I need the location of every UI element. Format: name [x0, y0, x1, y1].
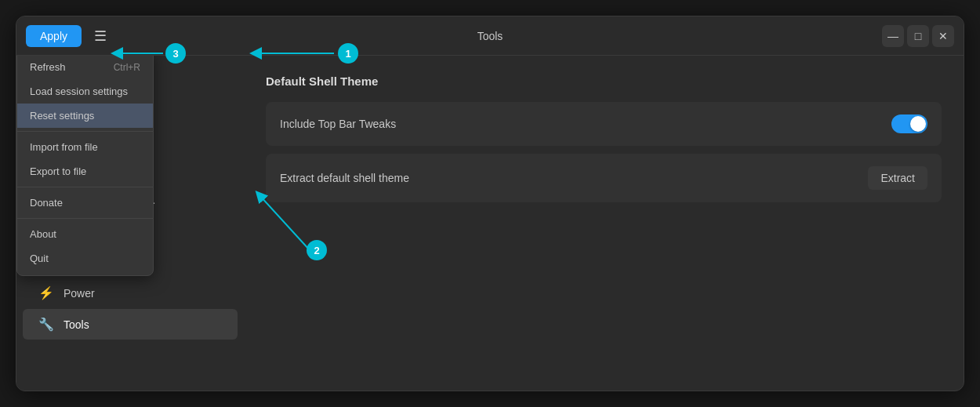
apply-button[interactable]: Apply: [26, 25, 82, 47]
annotation-bubble-3: 3: [165, 43, 186, 64]
annotation-bubble-2: 2: [307, 240, 327, 260]
menu-label-import: Import from file: [30, 141, 98, 153]
menu-item-import[interactable]: Import from file: [17, 135, 153, 159]
toggle-knob: [910, 116, 926, 132]
titlebar: Apply ☰ Tools — □ ✕: [16, 16, 964, 56]
window-controls: — □ ✕: [882, 25, 954, 47]
menu-item-about[interactable]: About: [17, 222, 153, 246]
window-title: Tools: [477, 30, 503, 42]
sidebar-item-tools[interactable]: 🔧 Tools: [23, 309, 238, 340]
close-button[interactable]: ✕: [932, 25, 954, 47]
menu-label-about: About: [30, 228, 56, 240]
sidebar-label-tools: Tools: [64, 318, 89, 331]
menu-shortcut-refresh: Ctrl+R: [114, 62, 140, 73]
menu-label-donate: Donate: [30, 197, 63, 209]
menu-item-reset-settings[interactable]: Reset settings: [17, 104, 153, 128]
section-title: Default Shell Theme: [266, 74, 942, 88]
menu-item-quit[interactable]: Quit: [17, 246, 153, 271]
menu-label-reset-settings: Reset settings: [30, 110, 94, 122]
main-area: 🖥 Appearance ab Fonts ▭ Top Bar 🔈 Sound …: [16, 56, 964, 391]
maximize-button[interactable]: □: [907, 25, 929, 47]
minimize-button[interactable]: —: [882, 25, 904, 47]
menu-label-quit: Quit: [30, 253, 49, 264]
menu-label-export: Export to file: [30, 165, 86, 177]
menu-item-export[interactable]: Export to file: [17, 159, 153, 184]
setting-label-topbar-tweaks: Include Top Bar Tweaks: [280, 118, 396, 130]
menu-button[interactable]: ☰: [88, 23, 113, 49]
app-window: Apply ☰ Tools — □ ✕ 🖥 Appearance ab Font…: [16, 16, 964, 391]
sidebar-label-power: Power: [64, 287, 95, 300]
sidebar-item-power[interactable]: ⚡ Power: [23, 278, 238, 308]
menu-label-load-session: Load session settings: [30, 85, 128, 97]
menu-label-refresh: Refresh: [30, 61, 66, 73]
sidebar: 🖥 Appearance ab Fonts ▭ Top Bar 🔈 Sound …: [16, 56, 244, 391]
titlebar-left: Apply ☰: [26, 23, 113, 49]
separator-3: [17, 218, 153, 219]
dropdown-menu: Refresh Ctrl+R Load session settings Res…: [16, 56, 154, 276]
setting-row-topbar-tweaks: Include Top Bar Tweaks: [266, 102, 942, 146]
menu-item-load-session[interactable]: Load session settings: [17, 79, 153, 104]
content-area: Default Shell Theme Include Top Bar Twea…: [244, 56, 964, 391]
tools-icon: 🔧: [38, 317, 54, 332]
setting-row-extract-theme: Extract default shell theme Extract: [266, 154, 942, 202]
separator-1: [17, 131, 153, 132]
annotation-bubble-1: 1: [338, 43, 358, 64]
power-icon: ⚡: [38, 285, 54, 300]
menu-item-donate[interactable]: Donate: [17, 191, 153, 215]
hamburger-icon: ☰: [94, 27, 107, 45]
menu-item-refresh[interactable]: Refresh Ctrl+R: [17, 56, 153, 79]
extract-button[interactable]: Extract: [868, 166, 927, 190]
setting-label-extract-theme: Extract default shell theme: [280, 172, 409, 184]
toggle-topbar-tweaks[interactable]: [891, 114, 927, 133]
separator-2: [17, 187, 153, 187]
